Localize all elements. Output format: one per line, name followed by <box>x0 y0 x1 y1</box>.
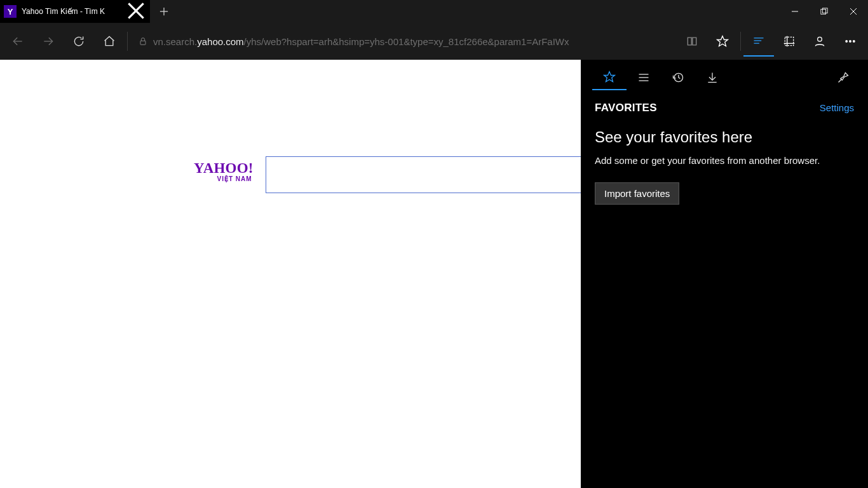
tab-favicon: Y <box>4 5 17 18</box>
tab-close-icon[interactable] <box>127 2 145 22</box>
address-bar[interactable]: vn.search.yahoo.com/yhs/web?hspart=arh&h… <box>133 30 674 52</box>
more-icon[interactable] <box>835 26 865 57</box>
home-icon[interactable] <box>94 26 125 57</box>
svg-rect-6 <box>822 8 827 13</box>
hub-icon[interactable] <box>743 26 774 57</box>
hub-tab-downloads-icon[interactable] <box>695 65 729 90</box>
browser-tab[interactable]: Y Yahoo Tìm Kiếm - Tìm K <box>0 0 150 23</box>
titlebar-spacer <box>178 0 780 23</box>
svg-point-20 <box>846 41 848 43</box>
address-bar-url: vn.search.yahoo.com/yhs/web?hspart=arh&h… <box>153 36 569 47</box>
hub-tab-history-icon[interactable] <box>661 65 695 90</box>
browser-toolbar: vn.search.yahoo.com/yhs/web?hspart=arh&h… <box>0 23 868 60</box>
hub-tabs <box>581 60 868 95</box>
favorite-star-icon[interactable] <box>707 26 738 57</box>
svg-rect-5 <box>821 10 826 15</box>
svg-point-22 <box>853 41 855 43</box>
svg-marker-23 <box>604 72 615 82</box>
window-maximize-icon[interactable] <box>810 0 839 23</box>
url-prefix: vn.search. <box>153 36 197 47</box>
web-note-icon[interactable] <box>774 26 804 57</box>
yahoo-logo-subtext: VIỆT NAM <box>194 175 254 182</box>
hub-title: FAVORITES <box>595 102 657 114</box>
window-minimize-icon[interactable] <box>780 0 810 23</box>
import-favorites-button[interactable]: Import favorites <box>595 182 679 205</box>
window-titlebar: Y Yahoo Tìm Kiếm - Tìm K <box>0 0 868 23</box>
page-content: YAHOO! VIỆT NAM FAVORITES <box>0 60 868 488</box>
yahoo-logo-text: YAHOO! <box>194 160 254 176</box>
svg-point-21 <box>850 41 851 43</box>
yahoo-logo[interactable]: YAHOO! VIỆT NAM <box>194 160 254 182</box>
hub-tab-favorites-icon[interactable] <box>592 65 627 90</box>
back-icon[interactable] <box>3 26 33 57</box>
reading-view-icon[interactable] <box>677 26 707 57</box>
svg-rect-11 <box>140 41 146 44</box>
new-tab-button[interactable] <box>150 0 178 23</box>
svg-point-19 <box>818 37 822 41</box>
hub-header: FAVORITES Settings <box>595 102 854 114</box>
svg-rect-16 <box>785 37 793 45</box>
url-path: /yhs/web?hspart=arh&hsimp=yhs-001&type=x… <box>244 36 569 47</box>
share-icon[interactable] <box>804 26 835 57</box>
toolbar-separator <box>127 32 128 51</box>
refresh-icon[interactable] <box>64 26 94 57</box>
forward-icon[interactable] <box>33 26 64 57</box>
hub-subtext: Add some or get your favorites from anot… <box>595 154 854 167</box>
hub-pin-icon[interactable] <box>826 65 860 90</box>
hub-settings-link[interactable]: Settings <box>820 102 854 113</box>
yahoo-search-area: YAHOO! VIỆT NAM <box>194 160 639 182</box>
toolbar-separator-2 <box>740 32 741 51</box>
svg-line-30 <box>839 79 842 83</box>
tab-title: Yahoo Tìm Kiếm - Tìm K <box>22 7 127 16</box>
lock-icon <box>133 36 153 46</box>
url-domain: yahoo.com <box>197 36 243 47</box>
hub-body: FAVORITES Settings See your favorites he… <box>581 95 868 205</box>
svg-marker-12 <box>717 36 728 46</box>
window-close-icon[interactable] <box>839 0 868 23</box>
hub-headline: See your favorites here <box>595 128 854 146</box>
favorites-panel: FAVORITES Settings See your favorites he… <box>581 60 868 488</box>
hub-tab-readinglist-icon[interactable] <box>627 65 661 90</box>
